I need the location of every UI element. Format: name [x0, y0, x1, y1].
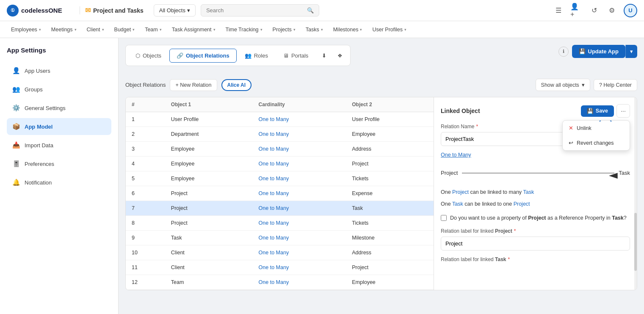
dropdown-menu: ✕ Unlink ↩ Revert changes [562, 120, 630, 151]
sidebar-item-import-data[interactable]: 📥 Import Data [7, 137, 111, 154]
table-row[interactable]: 10 Client One to Many Address [126, 245, 434, 260]
tab-objects[interactable]: ⬡ Objects [128, 49, 169, 63]
table-row[interactable]: 8 Project One to Many Tickets [126, 216, 434, 231]
sidebar-item-app-users[interactable]: 👤 App Users [7, 62, 111, 79]
reference-property-group: Do you want to use a property of Project… [441, 214, 630, 222]
cell-cardinality[interactable]: One to Many [253, 186, 346, 201]
new-relation-button[interactable]: + New Relation [170, 79, 217, 91]
table-row[interactable]: 4 Employee One to Many Project [126, 157, 434, 171]
logo[interactable]: ① codelessONE [7, 5, 75, 17]
sidebar-item-groups[interactable]: 👥 Groups [7, 81, 111, 98]
rel-label-project-title: Relation label for linked Project * [441, 228, 630, 234]
tab-roles[interactable]: 👥 Roles [238, 49, 275, 63]
tab-bar: ⬡ Objects 🔗 Object Relations 👥 Roles 🖥 P… [125, 45, 351, 66]
table-row[interactable]: 12 Team One to Many Employee [126, 275, 434, 290]
table-row[interactable]: 7 Project One to Many Task [126, 201, 434, 216]
nav-meetings-chevron: ▾ [75, 28, 77, 32]
cell-cardinality[interactable]: One to Many [253, 260, 346, 275]
table-row[interactable]: 6 Project One to Many Expense [126, 186, 434, 201]
nav-client[interactable]: Client ▾ [83, 23, 108, 36]
sidebar-item-notification[interactable]: 🔔 Notification [7, 174, 111, 191]
cell-id: 3 [126, 142, 165, 157]
alice-ai-button[interactable]: Alice AI [221, 79, 252, 91]
nav-budget[interactable]: Budget ▾ [110, 23, 139, 36]
relations-table-section: # Object 1 Cardinality Object 2 1 User P… [126, 97, 434, 290]
nav-task-assignment-chevron: ▾ [213, 28, 216, 32]
nav-projects[interactable]: Projects ▾ [268, 23, 300, 36]
nav-milestones[interactable]: Milestones ▾ [329, 23, 367, 36]
cell-obj1: Department [165, 127, 253, 142]
show-all-objects-label: Show all objects [541, 82, 579, 88]
show-all-objects-dropdown[interactable]: Show all objects ▾ [536, 79, 590, 91]
cell-cardinality[interactable]: One to Many [253, 231, 346, 245]
cell-obj2: Project [346, 157, 434, 171]
cell-cardinality[interactable]: One to Many [253, 201, 346, 216]
tab-object-relations[interactable]: 🔗 Object Relations [169, 49, 237, 63]
nav-meetings[interactable]: Meetings ▾ [47, 23, 81, 36]
cell-obj1: Employee [165, 157, 253, 171]
revert-label: Revert changes [577, 140, 614, 146]
search-bar[interactable]: 🔍 [201, 4, 319, 17]
toolbar: Object Relations + New Relation Alice AI… [125, 79, 637, 91]
cell-obj1: Project [165, 201, 253, 216]
cell-cardinality[interactable]: One to Many [253, 157, 346, 171]
grid-icon[interactable]: ☰ [553, 5, 564, 17]
nav-time-tracking[interactable]: Time Tracking ▾ [221, 23, 267, 36]
nav-milestones-label: Milestones [333, 27, 359, 33]
update-app-chevron-button[interactable]: ▾ [625, 45, 637, 58]
toolbar-right: Show all objects ▾ ? Help Center [536, 79, 637, 91]
tab-download[interactable]: ⬇ [316, 48, 332, 63]
table-row[interactable]: 9 Task One to Many Milestone [126, 231, 434, 245]
dropdown-arrow [591, 120, 612, 123]
col-cardinality: Cardinality [253, 97, 346, 112]
history-icon[interactable]: ↺ [588, 5, 600, 17]
tab-code[interactable]: ❖ [332, 48, 348, 63]
nav-employees[interactable]: Employees ▾ [7, 23, 45, 36]
dropdown-unlink[interactable]: ✕ Unlink [563, 121, 630, 135]
all-objects-dropdown[interactable]: All Objects ▾ [154, 4, 196, 17]
table-row[interactable]: 11 Client One to Many Project [126, 260, 434, 275]
table-row[interactable]: 2 Department One to Many Employee [126, 127, 434, 142]
nav-user-profiles[interactable]: User Profiles ▾ [368, 23, 411, 36]
rel-label-project-input[interactable] [441, 237, 630, 251]
search-input[interactable] [206, 7, 304, 14]
content-area: ⬡ Objects 🔗 Object Relations 👥 Roles 🖥 P… [119, 38, 644, 314]
sidebar-item-app-model[interactable]: 📦 App Model [7, 118, 111, 135]
nav-user-profiles-label: User Profiles [372, 27, 403, 33]
info-icon[interactable]: ℹ [558, 47, 569, 57]
settings-icon[interactable]: ⚙ [606, 5, 618, 17]
cell-cardinality[interactable]: One to Many [253, 112, 346, 127]
sidebar-item-notification-label: Notification [25, 179, 52, 186]
nav-team-chevron: ▾ [160, 28, 162, 32]
table-row[interactable]: 3 Employee One to Many Address [126, 142, 434, 157]
user-plus-icon[interactable]: 👤+ [570, 5, 582, 17]
cell-cardinality[interactable]: One to Many [253, 216, 346, 231]
nav-team[interactable]: Team ▾ [141, 23, 166, 36]
avatar[interactable]: U [624, 4, 637, 17]
save-button[interactable]: 💾 Save [581, 105, 614, 117]
cell-cardinality[interactable]: One to Many [253, 245, 346, 260]
sidebar-item-general-settings-label: General Settings [25, 105, 66, 111]
update-app-button[interactable]: 💾 Update App [572, 45, 625, 58]
cell-cardinality[interactable]: One to Many [253, 275, 346, 290]
sidebar-item-general-settings[interactable]: ⚙️ General Settings [7, 99, 111, 116]
nav-employees-label: Employees [11, 27, 37, 33]
nav-task-assignment[interactable]: Task Assignment ▾ [168, 23, 220, 36]
help-center-button[interactable]: ? Help Center [594, 79, 637, 91]
tab-portals[interactable]: 🖥 Portals [276, 49, 315, 63]
nav-tasks[interactable]: Tasks ▾ [301, 23, 327, 36]
cell-cardinality[interactable]: One to Many [253, 142, 346, 157]
more-button[interactable]: ··· [616, 104, 630, 118]
cell-obj2: Project [346, 260, 434, 275]
relation-type-link[interactable]: One to Many [441, 152, 630, 158]
sidebar-item-preferences[interactable]: 🎚️ Preferences [7, 155, 111, 172]
top-actions: ☰ 👤+ ↺ ⚙ U [553, 4, 637, 17]
cell-cardinality[interactable]: One to Many [253, 171, 346, 186]
reference-property-checkbox[interactable] [441, 215, 447, 221]
table-row[interactable]: 1 User Profile One to Many User Profile [126, 112, 434, 127]
cell-obj1: Client [165, 245, 253, 260]
table-row[interactable]: 5 Employee One to Many Tickets [126, 171, 434, 186]
dropdown-revert-changes[interactable]: ↩ Revert changes [563, 135, 630, 150]
app-users-icon: 👤 [12, 66, 20, 75]
cell-cardinality[interactable]: One to Many [253, 127, 346, 142]
